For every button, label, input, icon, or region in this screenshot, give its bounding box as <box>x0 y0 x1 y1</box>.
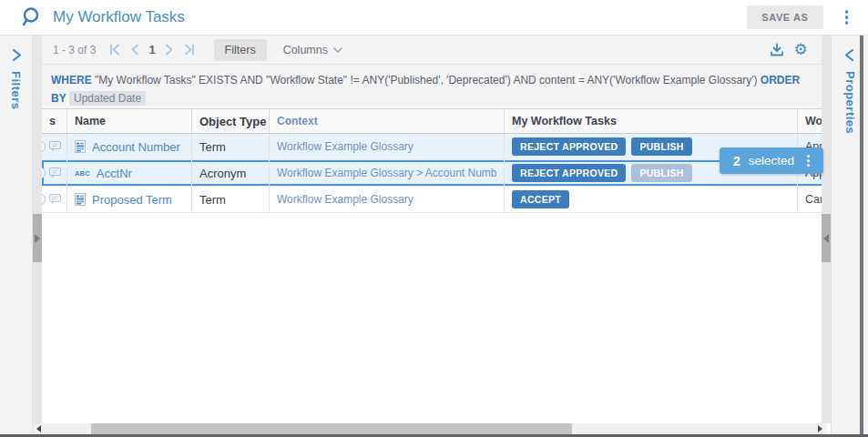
object-type-cell: Term <box>191 187 269 212</box>
selection-label: selected <box>749 154 794 168</box>
prev-page-icon[interactable] <box>125 41 145 59</box>
acronym-icon: ABC <box>75 169 90 178</box>
horizontal-scrollbar-thumb[interactable] <box>91 423 572 434</box>
last-page-icon[interactable] <box>179 41 199 59</box>
export-download-icon[interactable] <box>765 39 789 61</box>
save-as-button[interactable]: SAVE AS <box>747 5 822 29</box>
filters-rail: Filters <box>0 36 33 437</box>
context-link[interactable]: Workflow Example Glossary > Account Numb… <box>277 167 496 179</box>
results-table: s Name Object Type Context My Workflow T… <box>42 109 822 213</box>
main-content: 1 - 3 of 3 1 Filters Columns <box>42 36 822 423</box>
where-keyword: WHERE <box>51 74 92 86</box>
window-vertical-scrollbar[interactable] <box>860 36 863 434</box>
page-title: My Workflow Tasks <box>53 8 747 26</box>
pagination-range: 1 - 3 of 3 <box>53 44 96 56</box>
filters-rail-label[interactable]: Filters <box>9 71 23 110</box>
column-header-context[interactable]: Context <box>269 109 504 133</box>
column-header-tasks[interactable]: My Workflow Tasks <box>504 109 797 133</box>
gear-icon[interactable]: ⚙ <box>789 39 812 61</box>
context-link[interactable]: Workflow Example Glossary <box>277 140 414 153</box>
columns-dropdown-label: Columns <box>283 44 328 56</box>
context-link[interactable]: Workflow Example Glossary <box>277 193 414 206</box>
more-options-icon[interactable] <box>840 6 854 28</box>
table-toolbar: 1 - 3 of 3 1 Filters Columns <box>42 36 822 65</box>
column-header-workflow-state[interactable]: Workflow State <box>797 109 822 133</box>
asset-name-link[interactable]: Account Number <box>92 140 180 154</box>
first-page-icon[interactable] <box>105 41 125 59</box>
reject-approved-button[interactable]: REJECT APPROVED <box>512 164 626 182</box>
status-circle-icon <box>42 140 46 153</box>
column-header-name[interactable]: Name <box>66 109 191 133</box>
status-circle-icon <box>42 167 46 179</box>
scroll-left-arrow-icon[interactable] <box>823 234 829 243</box>
publish-button-disabled[interactable]: PUBLISH <box>631 164 691 182</box>
top-header: My Workflow Tasks SAVE AS <box>0 0 868 36</box>
selection-count: 2 <box>733 154 740 168</box>
search-icon <box>20 6 40 28</box>
asset-name-link[interactable]: AcctNr <box>97 167 132 180</box>
table-row[interactable]: Proposed Term Term Workflow Example Glos… <box>42 187 822 213</box>
current-page-number[interactable]: 1 <box>148 43 155 56</box>
accept-button[interactable]: ACCEPT <box>512 190 569 208</box>
term-icon <box>75 193 86 206</box>
scroll-right-arrow-icon[interactable] <box>35 234 40 243</box>
table-left-scroll-strip <box>33 36 42 423</box>
comment-icon[interactable] <box>49 141 61 152</box>
object-type-cell: Acronym <box>191 160 269 186</box>
table-row[interactable]: ABC AcctNr Acronym Workflow Example Glos… <box>42 160 822 187</box>
horizontal-scrollbar[interactable] <box>33 423 827 434</box>
workflow-state-cell: Candidate <box>797 187 822 212</box>
comment-icon[interactable] <box>49 194 61 205</box>
chevron-right-icon[interactable] <box>11 48 22 62</box>
table-row[interactable]: Account Number Term Workflow Example Glo… <box>42 134 822 160</box>
properties-rail-label[interactable]: Properties <box>843 71 857 134</box>
filters-button[interactable]: Filters <box>214 39 267 61</box>
columns-dropdown[interactable]: Columns <box>283 44 342 56</box>
asset-name-link[interactable]: Proposed Term <box>92 193 172 207</box>
chevron-down-icon <box>333 47 342 53</box>
order-by-field-chip[interactable]: Updated Date <box>69 91 146 106</box>
scrollbar-left-arrow-icon[interactable] <box>34 424 43 433</box>
scrollbar-right-arrow-icon[interactable] <box>815 424 824 433</box>
reject-approved-button[interactable]: REJECT APPROVED <box>512 137 626 156</box>
status-circle-icon <box>42 193 46 206</box>
selection-actions-icon[interactable] <box>802 152 814 169</box>
selection-badge: 2 selected <box>720 147 823 174</box>
object-type-cell: Term <box>191 134 269 159</box>
view-query-bar: WHERE "My Workflow Tasks" EXISTS AND "Wo… <box>42 65 822 109</box>
column-header-object-type[interactable]: Object Type <box>191 109 269 133</box>
table-header-row: s Name Object Type Context My Workflow T… <box>42 109 822 134</box>
publish-button[interactable]: PUBLISH <box>631 137 691 156</box>
query-conditions: "My Workflow Tasks" EXISTS AND "Workflow… <box>92 74 761 86</box>
column-header-clipped[interactable]: s <box>42 109 66 133</box>
chevron-left-icon[interactable] <box>844 48 855 62</box>
term-icon <box>75 140 86 153</box>
comment-icon[interactable] <box>49 168 61 178</box>
app-window: My Workflow Tasks SAVE AS Filters Proper… <box>0 0 868 437</box>
table-right-scroll-strip <box>822 36 831 423</box>
next-page-icon[interactable] <box>159 41 179 59</box>
